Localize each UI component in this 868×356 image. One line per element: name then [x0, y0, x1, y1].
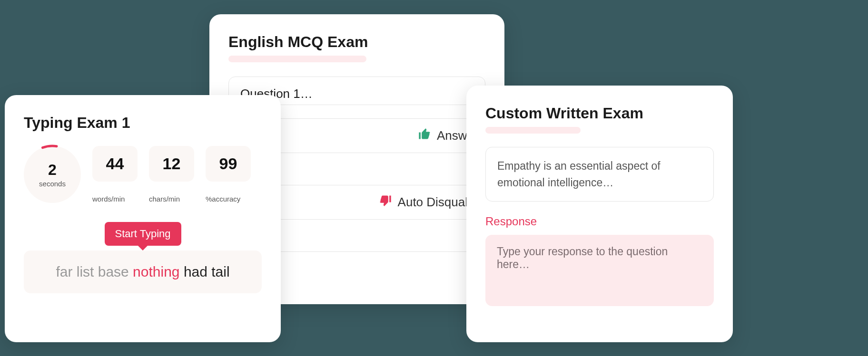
written-progress-bar	[485, 127, 581, 134]
answer-status: Auto Disqualif	[379, 194, 474, 211]
stat-wpm: 44 words/min	[92, 146, 138, 203]
untyped-text: had tail	[180, 264, 230, 279]
typing-input-area[interactable]: far list base nothing had tail	[24, 250, 262, 293]
written-exam-card: Custom Written Exam Empathy is an essent…	[466, 86, 733, 342]
stat-value: 12	[155, 154, 188, 173]
stat-accuracy: 99 %accuracy	[206, 146, 251, 203]
svg-point-0	[22, 144, 83, 205]
stat-cpm: 12 chars/min	[149, 146, 194, 203]
stat-label: chars/min	[149, 195, 194, 203]
typing-title: Typing Exam 1	[24, 114, 262, 132]
typing-exam-card: Typing Exam 1 2 seconds 44 words/min 12 …	[5, 95, 281, 342]
written-title: Custom Written Exam	[485, 105, 714, 122]
typed-text: far list base	[56, 264, 133, 279]
stat-value: 99	[211, 154, 245, 173]
stat-label: %accuracy	[206, 195, 251, 203]
timer-circle: 2 seconds	[24, 146, 81, 203]
tooltip-wrap: Start Typing	[24, 222, 262, 246]
stat-value: 44	[98, 154, 132, 173]
thumbs-up-icon	[418, 127, 431, 144]
start-typing-tooltip: Start Typing	[105, 222, 181, 246]
timer-arc-icon	[22, 144, 83, 205]
answer-status: Answe	[418, 127, 474, 144]
current-word: nothing	[133, 264, 179, 279]
written-prompt: Empathy is an essential aspect of emotio…	[485, 147, 714, 202]
response-label: Response	[485, 215, 714, 228]
response-textarea[interactable]: Type your response to the question here…	[485, 235, 714, 306]
typing-stats-row: 2 seconds 44 words/min 12 chars/min 99 %…	[24, 146, 262, 203]
mcq-title: English MCQ Exam	[228, 33, 485, 51]
status-label: Auto Disqualif	[398, 195, 474, 210]
mcq-progress-bar	[228, 56, 366, 62]
thumbs-down-icon	[379, 194, 392, 211]
stat-label: words/min	[92, 195, 138, 203]
